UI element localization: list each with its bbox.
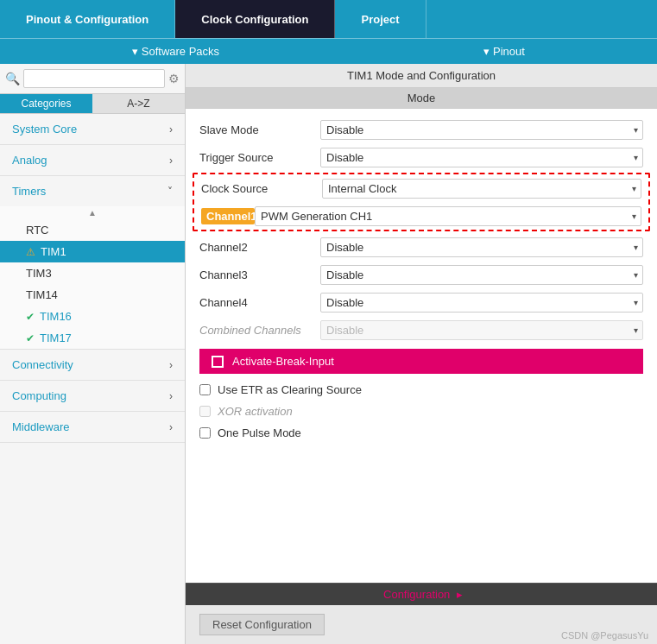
mode-section: Mode <box>186 88 657 109</box>
sidebar-items: System Core › Analog › Timers ˅ ▲ <box>0 114 185 644</box>
trigger-source-select[interactable]: Disable <box>320 148 643 167</box>
config-footer: Configuration ▸ <box>186 583 657 605</box>
content-area: TIM1 Mode and Configuration Mode Slave M… <box>186 64 657 644</box>
sidebar-item-tim16[interactable]: ✔ TIM16 <box>0 306 185 327</box>
one-pulse-row: One Pulse Mode <box>186 422 657 444</box>
channel4-control: Disable ▾ <box>320 293 643 313</box>
collapse-arrow: ▲ <box>0 206 185 219</box>
xor-activation-checkbox[interactable] <box>199 406 211 417</box>
nav-clock[interactable]: Clock Configuration <box>175 0 335 38</box>
channel3-label: Channel3 <box>199 268 320 281</box>
use-etr-checkbox[interactable] <box>199 384 211 395</box>
clock-source-row: Clock Source Internal Clock ▾ <box>194 174 648 202</box>
sidebar-section-connectivity: Connectivity › <box>0 350 185 381</box>
channel3-select[interactable]: Disable <box>320 265 643 285</box>
xor-activation-row: XOR activation <box>186 401 657 422</box>
sub-nav: ▾ Software Packs ▾ Pinout <box>0 38 657 64</box>
slave-mode-row: Slave Mode Disable ▾ <box>186 116 657 143</box>
warning-icon: ⚠ <box>26 246 35 258</box>
sidebar-item-system-core[interactable]: System Core › <box>0 114 185 144</box>
timers-subsection: ▲ RTC ⚠ TIM1 TIM3 TIM14 ✔ <box>0 206 185 349</box>
combined-channels-row: Combined Channels Disable ▾ <box>186 316 657 344</box>
sidebar-item-tim1[interactable]: ⚠ TIM1 <box>0 241 185 262</box>
combined-channels-label: Combined Channels <box>199 324 320 337</box>
sidebar-item-middleware[interactable]: Middleware › <box>0 412 185 442</box>
channel3-control: Disable ▾ <box>320 265 643 285</box>
main-layout: 🔍 ⚙ Categories A->Z System Core › Analog… <box>0 64 657 644</box>
search-icon: 🔍 <box>5 72 20 85</box>
clock-source-label: Clock Source <box>201 182 322 195</box>
sidebar-section-system-core: System Core › <box>0 114 185 145</box>
channel2-row: Channel2 Disable ▾ <box>186 233 657 261</box>
chevron-right-icon: › <box>169 155 173 167</box>
chevron-right-icon: › <box>169 390 173 402</box>
slave-mode-select[interactable]: Disable <box>320 120 643 140</box>
channel4-select[interactable]: Disable <box>320 293 643 313</box>
highlighted-group: Clock Source Internal Clock ▾ Channel1 P… <box>193 173 650 231</box>
chevron-right-icon: › <box>169 359 173 371</box>
channel2-control: Disable ▾ <box>320 237 643 257</box>
one-pulse-checkbox[interactable] <box>199 427 211 439</box>
use-etr-row: Use ETR as Clearing Source <box>186 379 657 401</box>
clock-source-control: Internal Clock ▾ <box>322 179 641 199</box>
trigger-source-control: Disable ▾ <box>320 148 643 167</box>
chevron-right-icon: › <box>169 421 173 433</box>
slave-mode-label: Slave Mode <box>199 123 320 136</box>
sidebar-item-analog[interactable]: Analog › <box>0 145 185 175</box>
search-input[interactable] <box>23 69 165 88</box>
chevron-down-icon: ˅ <box>167 186 173 198</box>
sidebar-section-middleware: Middleware › <box>0 412 185 443</box>
search-bar: 🔍 ⚙ <box>0 64 185 94</box>
combined-channels-control: Disable ▾ <box>320 320 643 340</box>
check-icon: ✔ <box>26 332 35 344</box>
sidebar-item-tim14[interactable]: TIM14 <box>0 284 185 306</box>
nav-project[interactable]: Project <box>335 0 426 38</box>
channel1-control: PWM Generation CH1 ▾ <box>255 206 641 226</box>
trigger-source-label: Trigger Source <box>199 151 320 164</box>
sidebar-item-connectivity[interactable]: Connectivity › <box>0 350 185 380</box>
combined-channels-select[interactable]: Disable <box>320 320 643 340</box>
trigger-source-row: Trigger Source Disable ▾ <box>186 143 657 171</box>
sidebar-item-computing[interactable]: Computing › <box>0 381 185 411</box>
channel1-select[interactable]: PWM Generation CH1 <box>255 206 641 226</box>
channel2-select[interactable]: Disable <box>320 237 643 257</box>
top-nav: Pinout & Configuration Clock Configurati… <box>0 0 657 38</box>
sidebar-section-timers: Timers ˅ ▲ RTC ⚠ TIM1 TIM3 <box>0 176 185 350</box>
sidebar: 🔍 ⚙ Categories A->Z System Core › Analog… <box>0 64 186 644</box>
tab-categories[interactable]: Categories <box>0 94 92 113</box>
activate-break-input-button[interactable]: Activate-Break-Input <box>199 349 643 374</box>
sidebar-item-timers[interactable]: Timers ˅ <box>0 176 185 206</box>
clock-source-select[interactable]: Internal Clock <box>322 179 641 199</box>
reset-configuration-button[interactable]: Reset Configuration <box>199 614 325 635</box>
sidebar-item-rtc[interactable]: RTC <box>0 219 185 241</box>
check-icon: ✔ <box>26 311 35 323</box>
sub-nav-pinout[interactable]: ▾ Pinout <box>483 45 524 58</box>
sidebar-section-analog: Analog › <box>0 145 185 176</box>
gear-icon[interactable]: ⚙ <box>168 72 180 85</box>
sidebar-item-tim3[interactable]: TIM3 <box>0 262 185 284</box>
chevron-right-icon: › <box>169 123 173 136</box>
sidebar-section-computing: Computing › <box>0 381 185 412</box>
tab-row: Categories A->Z <box>0 94 185 114</box>
channel2-label: Channel2 <box>199 241 320 254</box>
slave-mode-control: Disable ▾ <box>320 120 643 140</box>
channel4-label: Channel4 <box>199 296 320 309</box>
sidebar-item-tim17[interactable]: ✔ TIM17 <box>0 327 185 349</box>
nav-pinout[interactable]: Pinout & Configuration <box>0 0 175 38</box>
channel3-row: Channel3 Disable ▾ <box>186 261 657 288</box>
channel1-label: Channel1 <box>201 208 255 224</box>
channel1-row: Channel1 PWM Generation CH1 ▾ <box>194 202 648 230</box>
config-form: Slave Mode Disable ▾ Trigger Source Disa… <box>186 109 657 583</box>
activate-btn-icon <box>212 356 224 368</box>
channel4-row: Channel4 Disable ▾ <box>186 288 657 316</box>
tab-az[interactable]: A->Z <box>92 94 185 113</box>
watermark: CSDN @PegasusYu <box>561 630 648 641</box>
content-title: TIM1 Mode and Configuration <box>186 64 657 88</box>
sub-nav-software-packs[interactable]: ▾ Software Packs <box>132 45 219 58</box>
